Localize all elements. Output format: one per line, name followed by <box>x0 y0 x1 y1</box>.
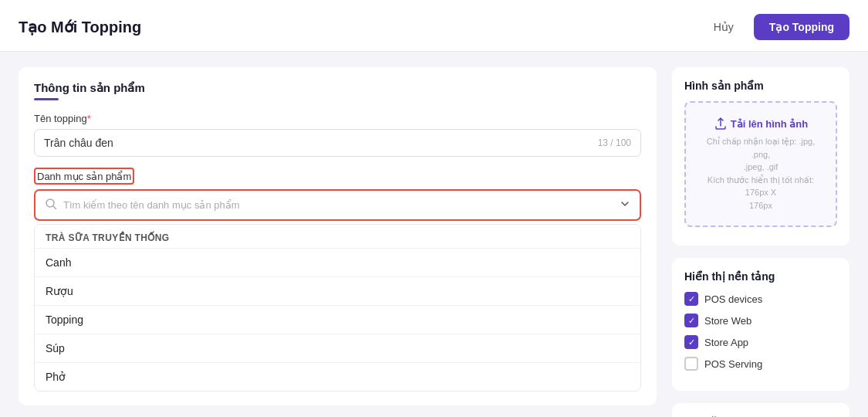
checkbox-pos-devices[interactable]: ✓ <box>684 292 698 306</box>
char-count: 13 / 100 <box>598 137 631 148</box>
checkbox-store-web[interactable]: ✓ <box>684 314 698 327</box>
image-card: Hình sản phẩm Tải lên hình ảnh Chỉ chấp … <box>672 67 849 246</box>
platform-title: Hiển thị nền tảng <box>684 270 837 283</box>
create-topping-button[interactable]: Tạo Topping <box>754 14 849 40</box>
dropdown-item-topping[interactable]: Topping <box>35 305 640 334</box>
section-underline <box>34 98 59 100</box>
topping-name-input[interactable] <box>44 137 592 149</box>
dropdown-group-header: TRÀ SỮA TRUYỀN THỐNG <box>35 225 640 248</box>
platform-item-store-web: ✓ Store Web <box>684 314 837 327</box>
required-star: * <box>87 113 91 124</box>
topping-name-field-wrapper: 13 / 100 <box>34 129 641 157</box>
category-search-dropdown[interactable]: Tìm kiếm theo tên danh mục sản phẩm <box>34 189 641 221</box>
category-label: Danh mục sản phẩm <box>37 171 131 182</box>
dropdown-item-sup[interactable]: Súp <box>35 334 640 362</box>
checkmark-icon: ✓ <box>688 295 695 303</box>
page-header: Tạo Mới Topping Hủy Tạo Topping <box>0 0 868 52</box>
platform-item-pos-serving: POS Serving <box>684 357 837 371</box>
dropdown-list: TRÀ SỮA TRUYỀN THỐNG Canh Rượu Topping S… <box>34 224 641 392</box>
topping-name-label: Tên topping* <box>34 113 641 124</box>
checkbox-store-app[interactable]: ✓ <box>684 335 698 349</box>
upload-hint: Chỉ chấp nhận loại tệp: .jpg, .png, .jpe… <box>697 135 825 212</box>
checkmark-icon: ✓ <box>688 317 695 325</box>
main-layout: Thông tin sản phẩm Tên topping* 13 / 100… <box>0 52 868 417</box>
dropdown-item-pho[interactable]: Phở <box>35 362 640 391</box>
upload-link[interactable]: Tải lên hình ảnh <box>697 117 825 131</box>
product-info-card: Thông tin sản phẩm Tên topping* 13 / 100… <box>19 67 657 405</box>
section-title: Thông tin sản phẩm <box>34 81 641 95</box>
right-panel: Hình sản phẩm Tải lên hình ảnh Chỉ chấp … <box>672 67 849 417</box>
platform-card: Hiển thị nền tảng ✓ POS devices ✓ Store … <box>672 258 849 391</box>
platform-item-store-app: ✓ Store App <box>684 335 837 349</box>
checkbox-pos-serving[interactable] <box>684 357 698 371</box>
checkmark-icon: ✓ <box>688 338 695 347</box>
upload-icon <box>714 117 728 131</box>
category-label-box: Danh mục sản phẩm <box>34 168 134 185</box>
header-actions: Hủy Tạo Topping <box>701 14 849 40</box>
search-placeholder: Tìm kiếm theo tên danh mục sản phẩm <box>63 199 613 211</box>
chevron-down-icon <box>620 198 630 212</box>
search-icon <box>45 198 57 212</box>
left-panel: Thông tin sản phẩm Tên topping* 13 / 100… <box>19 67 657 405</box>
store-app-label: Store App <box>704 337 748 348</box>
dropdown-item-ruou[interactable]: Rượu <box>35 276 640 305</box>
page-title: Tạo Mới Topping <box>19 18 141 36</box>
image-section-title: Hình sản phẩm <box>684 80 837 92</box>
cancel-button[interactable]: Hủy <box>701 15 746 39</box>
svg-line-1 <box>53 206 56 209</box>
upload-area[interactable]: Tải lên hình ảnh Chỉ chấp nhận loại tệp:… <box>684 101 837 227</box>
other-settings-card: Cài đặt khác In tem món i <box>672 403 849 417</box>
platform-item-pos-devices: ✓ POS devices <box>684 292 837 306</box>
dropdown-item-canh[interactable]: Canh <box>35 248 640 276</box>
